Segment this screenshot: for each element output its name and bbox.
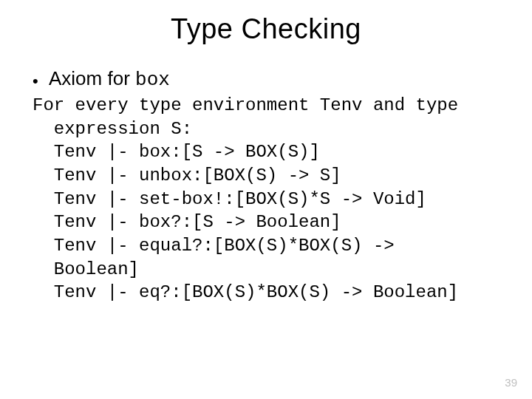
code-line: Boolean]: [33, 259, 139, 279]
code-line: expression S:: [33, 119, 192, 139]
bullet-code: box: [135, 69, 170, 91]
slide-title: Type Checking: [0, 0, 532, 45]
code-line: For every type environment Tenv and type: [33, 95, 458, 115]
bullet-text: Axiom for box: [49, 67, 170, 91]
bullet-prefix: Axiom for: [49, 67, 135, 89]
code-line: Tenv |- set-box!:[BOX(S)*S -> Void]: [33, 189, 426, 209]
code-line: Tenv |- box?:[S -> Boolean]: [33, 212, 341, 232]
code-line: Tenv |- unbox:[BOX(S) -> S]: [33, 166, 341, 185]
bullet-marker: •: [33, 73, 49, 89]
code-line: Tenv |- box:[S -> BOX(S)]: [33, 142, 320, 162]
bullet-item: • Axiom for box: [33, 67, 507, 91]
content-area: • Axiom for box For every type environme…: [0, 45, 532, 304]
page-number: 39: [505, 376, 517, 389]
slide: Type Checking • Axiom for box For every …: [0, 0, 532, 399]
code-line: Tenv |- equal?:[BOX(S)*BOX(S) ->: [33, 236, 395, 256]
code-block: For every type environment Tenv and type…: [33, 94, 507, 304]
code-line: Tenv |- eq?:[BOX(S)*BOX(S) -> Boolean]: [33, 282, 458, 302]
